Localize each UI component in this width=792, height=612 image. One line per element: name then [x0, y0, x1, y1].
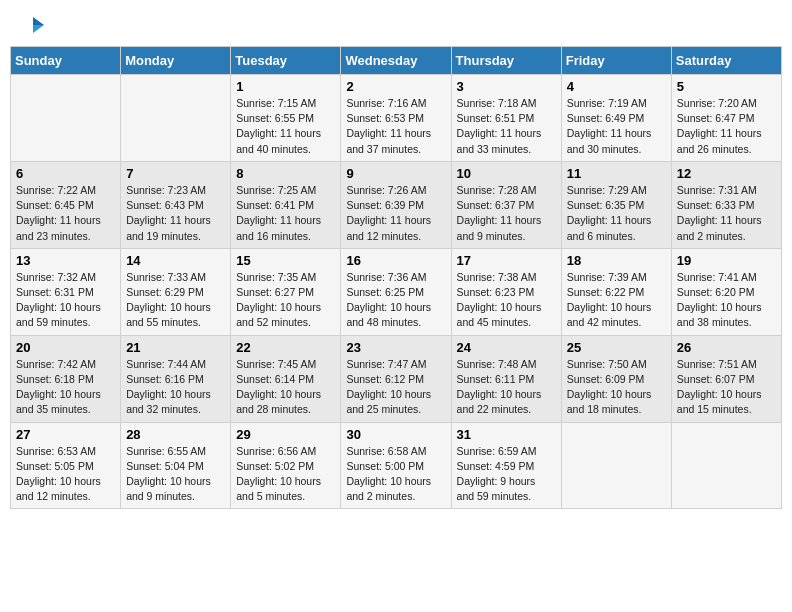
calendar-cell [561, 422, 671, 509]
day-info: Sunrise: 7:32 AMSunset: 6:31 PMDaylight:… [16, 270, 115, 331]
day-info: Sunrise: 7:51 AMSunset: 6:07 PMDaylight:… [677, 357, 776, 418]
day-info: Sunrise: 7:26 AMSunset: 6:39 PMDaylight:… [346, 183, 445, 244]
day-number: 23 [346, 340, 445, 355]
calendar-cell: 6Sunrise: 7:22 AMSunset: 6:45 PMDaylight… [11, 161, 121, 248]
day-number: 18 [567, 253, 666, 268]
day-info: Sunrise: 7:36 AMSunset: 6:25 PMDaylight:… [346, 270, 445, 331]
day-info: Sunrise: 7:16 AMSunset: 6:53 PMDaylight:… [346, 96, 445, 157]
day-info: Sunrise: 6:56 AMSunset: 5:02 PMDaylight:… [236, 444, 335, 505]
day-info: Sunrise: 7:33 AMSunset: 6:29 PMDaylight:… [126, 270, 225, 331]
calendar-week-3: 20Sunrise: 7:42 AMSunset: 6:18 PMDayligh… [11, 335, 782, 422]
day-info: Sunrise: 6:58 AMSunset: 5:00 PMDaylight:… [346, 444, 445, 505]
day-number: 15 [236, 253, 335, 268]
calendar-cell: 14Sunrise: 7:33 AMSunset: 6:29 PMDayligh… [121, 248, 231, 335]
page-header [10, 10, 782, 38]
day-number: 28 [126, 427, 225, 442]
column-header-wednesday: Wednesday [341, 47, 451, 75]
day-info: Sunrise: 7:22 AMSunset: 6:45 PMDaylight:… [16, 183, 115, 244]
day-number: 19 [677, 253, 776, 268]
header-row: SundayMondayTuesdayWednesdayThursdayFrid… [11, 47, 782, 75]
calendar-cell: 28Sunrise: 6:55 AMSunset: 5:04 PMDayligh… [121, 422, 231, 509]
day-number: 9 [346, 166, 445, 181]
calendar-cell: 5Sunrise: 7:20 AMSunset: 6:47 PMDaylight… [671, 75, 781, 162]
calendar-cell: 11Sunrise: 7:29 AMSunset: 6:35 PMDayligh… [561, 161, 671, 248]
column-header-monday: Monday [121, 47, 231, 75]
calendar-cell: 29Sunrise: 6:56 AMSunset: 5:02 PMDayligh… [231, 422, 341, 509]
calendar-cell: 4Sunrise: 7:19 AMSunset: 6:49 PMDaylight… [561, 75, 671, 162]
day-info: Sunrise: 7:42 AMSunset: 6:18 PMDaylight:… [16, 357, 115, 418]
calendar-cell: 31Sunrise: 6:59 AMSunset: 4:59 PMDayligh… [451, 422, 561, 509]
calendar-cell: 9Sunrise: 7:26 AMSunset: 6:39 PMDaylight… [341, 161, 451, 248]
calendar-cell: 24Sunrise: 7:48 AMSunset: 6:11 PMDayligh… [451, 335, 561, 422]
calendar-table: SundayMondayTuesdayWednesdayThursdayFrid… [10, 46, 782, 509]
column-header-tuesday: Tuesday [231, 47, 341, 75]
day-number: 22 [236, 340, 335, 355]
calendar-cell: 7Sunrise: 7:23 AMSunset: 6:43 PMDaylight… [121, 161, 231, 248]
day-number: 20 [16, 340, 115, 355]
day-number: 27 [16, 427, 115, 442]
day-number: 3 [457, 79, 556, 94]
day-number: 17 [457, 253, 556, 268]
calendar-cell: 27Sunrise: 6:53 AMSunset: 5:05 PMDayligh… [11, 422, 121, 509]
calendar-cell: 26Sunrise: 7:51 AMSunset: 6:07 PMDayligh… [671, 335, 781, 422]
calendar-week-2: 13Sunrise: 7:32 AMSunset: 6:31 PMDayligh… [11, 248, 782, 335]
day-info: Sunrise: 7:29 AMSunset: 6:35 PMDaylight:… [567, 183, 666, 244]
day-number: 11 [567, 166, 666, 181]
calendar-cell: 8Sunrise: 7:25 AMSunset: 6:41 PMDaylight… [231, 161, 341, 248]
day-number: 29 [236, 427, 335, 442]
day-number: 14 [126, 253, 225, 268]
day-number: 10 [457, 166, 556, 181]
day-number: 16 [346, 253, 445, 268]
calendar-cell [671, 422, 781, 509]
day-number: 6 [16, 166, 115, 181]
day-info: Sunrise: 7:25 AMSunset: 6:41 PMDaylight:… [236, 183, 335, 244]
calendar-cell: 30Sunrise: 6:58 AMSunset: 5:00 PMDayligh… [341, 422, 451, 509]
day-info: Sunrise: 7:35 AMSunset: 6:27 PMDaylight:… [236, 270, 335, 331]
day-info: Sunrise: 7:47 AMSunset: 6:12 PMDaylight:… [346, 357, 445, 418]
calendar-week-0: 1Sunrise: 7:15 AMSunset: 6:55 PMDaylight… [11, 75, 782, 162]
column-header-saturday: Saturday [671, 47, 781, 75]
logo-bird-icon [22, 15, 44, 37]
day-info: Sunrise: 7:50 AMSunset: 6:09 PMDaylight:… [567, 357, 666, 418]
day-info: Sunrise: 7:23 AMSunset: 6:43 PMDaylight:… [126, 183, 225, 244]
calendar-cell: 13Sunrise: 7:32 AMSunset: 6:31 PMDayligh… [11, 248, 121, 335]
calendar-cell: 18Sunrise: 7:39 AMSunset: 6:22 PMDayligh… [561, 248, 671, 335]
calendar-cell: 16Sunrise: 7:36 AMSunset: 6:25 PMDayligh… [341, 248, 451, 335]
calendar-cell [121, 75, 231, 162]
day-number: 5 [677, 79, 776, 94]
day-info: Sunrise: 7:15 AMSunset: 6:55 PMDaylight:… [236, 96, 335, 157]
day-number: 30 [346, 427, 445, 442]
day-info: Sunrise: 6:53 AMSunset: 5:05 PMDaylight:… [16, 444, 115, 505]
svg-marker-1 [33, 25, 44, 33]
calendar-week-1: 6Sunrise: 7:22 AMSunset: 6:45 PMDaylight… [11, 161, 782, 248]
logo [20, 15, 44, 33]
calendar-cell: 20Sunrise: 7:42 AMSunset: 6:18 PMDayligh… [11, 335, 121, 422]
day-number: 8 [236, 166, 335, 181]
svg-marker-0 [33, 17, 44, 25]
day-number: 7 [126, 166, 225, 181]
day-number: 24 [457, 340, 556, 355]
calendar-cell: 2Sunrise: 7:16 AMSunset: 6:53 PMDaylight… [341, 75, 451, 162]
column-header-sunday: Sunday [11, 47, 121, 75]
day-number: 25 [567, 340, 666, 355]
day-info: Sunrise: 7:48 AMSunset: 6:11 PMDaylight:… [457, 357, 556, 418]
day-info: Sunrise: 6:59 AMSunset: 4:59 PMDaylight:… [457, 444, 556, 505]
calendar-cell: 1Sunrise: 7:15 AMSunset: 6:55 PMDaylight… [231, 75, 341, 162]
calendar-cell: 10Sunrise: 7:28 AMSunset: 6:37 PMDayligh… [451, 161, 561, 248]
calendar-cell: 23Sunrise: 7:47 AMSunset: 6:12 PMDayligh… [341, 335, 451, 422]
day-number: 2 [346, 79, 445, 94]
calendar-cell: 25Sunrise: 7:50 AMSunset: 6:09 PMDayligh… [561, 335, 671, 422]
day-number: 13 [16, 253, 115, 268]
calendar-cell: 12Sunrise: 7:31 AMSunset: 6:33 PMDayligh… [671, 161, 781, 248]
day-info: Sunrise: 7:45 AMSunset: 6:14 PMDaylight:… [236, 357, 335, 418]
column-header-thursday: Thursday [451, 47, 561, 75]
day-number: 21 [126, 340, 225, 355]
calendar-cell: 21Sunrise: 7:44 AMSunset: 6:16 PMDayligh… [121, 335, 231, 422]
calendar-cell [11, 75, 121, 162]
day-number: 1 [236, 79, 335, 94]
day-info: Sunrise: 7:20 AMSunset: 6:47 PMDaylight:… [677, 96, 776, 157]
day-info: Sunrise: 7:41 AMSunset: 6:20 PMDaylight:… [677, 270, 776, 331]
day-number: 26 [677, 340, 776, 355]
day-info: Sunrise: 7:38 AMSunset: 6:23 PMDaylight:… [457, 270, 556, 331]
day-number: 31 [457, 427, 556, 442]
